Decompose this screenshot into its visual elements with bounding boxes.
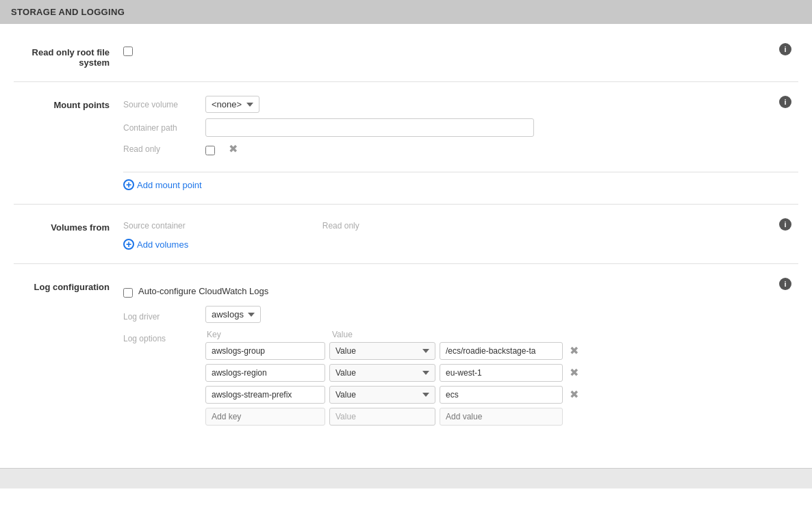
read-only-root-row: Read only root file system i bbox=[0, 38, 812, 73]
add-mount-point-link[interactable]: + Add mount point bbox=[123, 179, 202, 190]
mount-point-block: Source volume <none> Container path bbox=[123, 96, 798, 172]
log-config-label: Log configuration bbox=[14, 278, 123, 292]
add-volumes-icon: + bbox=[123, 239, 134, 250]
kv-row-3: Value ✖ bbox=[205, 386, 798, 404]
container-path-value bbox=[205, 118, 798, 137]
kv-add-key-input[interactable] bbox=[205, 408, 325, 426]
kv-value-input-1[interactable] bbox=[440, 342, 563, 360]
kv-add-value-input[interactable] bbox=[440, 408, 563, 426]
kv-row-1: Value ✖ bbox=[205, 342, 798, 360]
kv-key-input-2[interactable] bbox=[205, 364, 325, 382]
bottom-bar bbox=[0, 468, 812, 488]
log-config-content: Auto-configure CloudWatch Logs Log drive… bbox=[123, 285, 798, 435]
read-only-root-label: Read only root file system bbox=[14, 43, 123, 68]
kv-key-header: Key bbox=[207, 330, 327, 339]
kv-value-select-3[interactable]: Value bbox=[329, 386, 435, 404]
source-container-placeholder: Source container bbox=[123, 221, 186, 231]
mount-points-label: Mount points bbox=[14, 96, 123, 110]
mount-points-content: Source volume <none> Container path bbox=[123, 96, 798, 190]
log-config-row: Log configuration Auto-configure CloudWa… bbox=[0, 272, 812, 441]
read-only-info-wrap: i bbox=[779, 43, 791, 55]
kv-value-select-1[interactable]: Value bbox=[329, 342, 435, 360]
add-mount-point-icon: + bbox=[123, 179, 134, 190]
log-options-row: Log options Key Value Value bbox=[123, 330, 798, 430]
mount-readonly-checkbox[interactable] bbox=[205, 146, 215, 155]
divider-1 bbox=[14, 81, 798, 82]
section-header: STORAGE AND LOGGING bbox=[0, 0, 812, 24]
kv-remove-3[interactable]: ✖ bbox=[567, 388, 581, 402]
log-config-info-wrap: i bbox=[779, 278, 791, 290]
kv-add-value-select[interactable]: Value bbox=[329, 408, 435, 426]
kv-value-header: Value bbox=[332, 330, 442, 339]
volumes-from-row: Volumes from Source container Read only … bbox=[0, 213, 812, 255]
volumes-readonly-placeholder: Read only bbox=[322, 221, 359, 231]
mount-readonly-label: Read only bbox=[123, 144, 205, 154]
add-volumes-link[interactable]: + Add volumes bbox=[123, 239, 188, 250]
log-options-label: Log options bbox=[123, 330, 205, 343]
add-mount-point-label: Add mount point bbox=[137, 180, 202, 190]
volumes-from-label: Volumes from bbox=[14, 218, 123, 233]
source-volume-value: <none> bbox=[205, 96, 798, 113]
divider-2 bbox=[14, 204, 798, 205]
log-driver-select[interactable]: awslogs bbox=[205, 306, 261, 323]
divider-3 bbox=[14, 263, 798, 264]
mount-readonly-row: Read only ✖ bbox=[123, 142, 798, 155]
kv-key-input-1[interactable] bbox=[205, 342, 325, 360]
kv-value-input-3[interactable] bbox=[440, 386, 563, 404]
read-only-info-icon[interactable]: i bbox=[779, 43, 791, 55]
kv-value-input-2[interactable] bbox=[440, 364, 563, 382]
log-driver-row: Log driver awslogs bbox=[123, 306, 798, 323]
read-only-root-content bbox=[123, 43, 798, 58]
volumes-from-info-wrap: i bbox=[779, 218, 791, 231]
kv-key-input-3[interactable] bbox=[205, 386, 325, 404]
log-key-value-block: Key Value Value ✖ bbox=[205, 330, 798, 430]
log-driver-label: Log driver bbox=[123, 308, 205, 322]
mount-readonly-value: ✖ bbox=[205, 142, 798, 155]
kv-add-row: Value bbox=[205, 408, 798, 426]
add-volumes-label: Add volumes bbox=[137, 239, 188, 250]
source-volume-label: Source volume bbox=[123, 100, 205, 109]
source-volume-select[interactable]: <none> bbox=[205, 96, 259, 113]
mount-point-remove-btn[interactable]: ✖ bbox=[229, 144, 238, 155]
kv-remove-2[interactable]: ✖ bbox=[567, 366, 581, 380]
kv-remove-1[interactable]: ✖ bbox=[567, 344, 581, 358]
container-path-label: Container path bbox=[123, 123, 205, 133]
container-path-row: Container path bbox=[123, 118, 798, 137]
volumes-from-header-row: Source container Read only bbox=[123, 218, 798, 233]
mount-points-info-wrap: i bbox=[779, 96, 791, 108]
mount-points-row: Mount points Source volume <none> bbox=[0, 90, 812, 196]
auto-cloudwatch-checkbox[interactable] bbox=[123, 288, 133, 298]
auto-cloudwatch-label: Auto-configure CloudWatch Logs bbox=[138, 286, 268, 296]
container-path-input[interactable] bbox=[205, 118, 534, 137]
log-config-info-icon[interactable]: i bbox=[779, 278, 791, 290]
source-volume-row: Source volume <none> bbox=[123, 96, 798, 113]
mount-points-info-icon[interactable]: i bbox=[779, 96, 791, 108]
volumes-from-content: Source container Read only + Add volumes bbox=[123, 218, 798, 250]
kv-row-2: Value ✖ bbox=[205, 364, 798, 382]
kv-header: Key Value bbox=[205, 330, 798, 339]
auto-cloudwatch-row: Auto-configure CloudWatch Logs bbox=[123, 285, 798, 298]
volumes-from-info-icon[interactable]: i bbox=[779, 218, 791, 231]
kv-value-select-2[interactable]: Value bbox=[329, 364, 435, 382]
read-only-root-checkbox[interactable] bbox=[123, 47, 133, 56]
